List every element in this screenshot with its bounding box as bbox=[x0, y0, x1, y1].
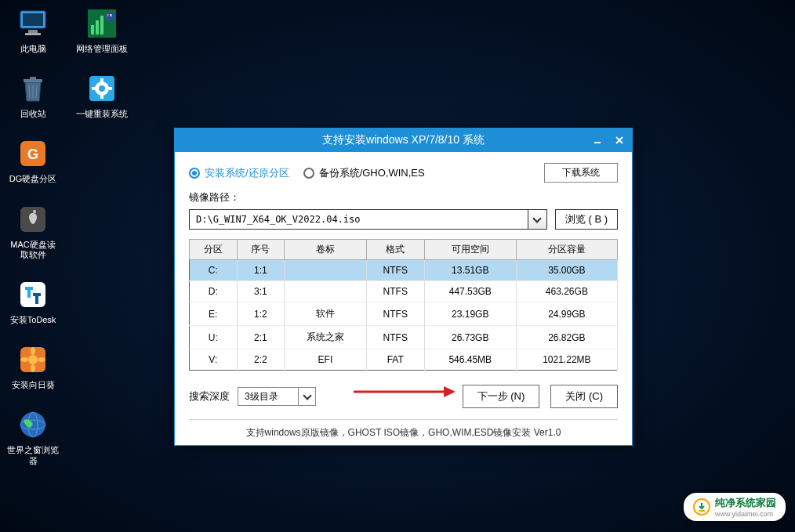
svg-rect-1 bbox=[23, 13, 43, 26]
desktop-icon-mac-disk[interactable]: MAC硬盘读取软件 bbox=[6, 202, 60, 260]
svg-rect-6 bbox=[96, 20, 99, 34]
image-path-select[interactable]: D:\G_WIN7_X64_OK_V2022.04.iso bbox=[189, 209, 547, 230]
svg-rect-31 bbox=[35, 293, 38, 304]
svg-rect-20 bbox=[100, 95, 103, 99]
next-button[interactable]: 下一步 (N) bbox=[463, 385, 540, 408]
table-cell: 2:2 bbox=[237, 349, 285, 371]
table-cell: 软件 bbox=[285, 302, 367, 326]
close-button[interactable] bbox=[612, 132, 627, 148]
image-path-value: D:\G_WIN7_X64_OK_V2022.04.iso bbox=[196, 214, 361, 225]
mac-disk-icon bbox=[16, 202, 50, 237]
dropdown-icon[interactable] bbox=[528, 210, 546, 229]
icon-label: DG硬盘分区 bbox=[9, 174, 57, 184]
table-row[interactable]: V:2:2EFIFAT546.45MB1021.22MB bbox=[190, 349, 618, 371]
svg-point-35 bbox=[31, 364, 35, 372]
table-cell: V: bbox=[190, 349, 238, 371]
chart-icon bbox=[85, 6, 119, 41]
table-cell: 3:1 bbox=[237, 281, 285, 302]
table-cell: 463.26GB bbox=[516, 281, 617, 302]
watermark-url: www.yidaimei.com bbox=[715, 510, 776, 518]
table-cell: C: bbox=[190, 260, 238, 281]
icon-label: 网络管理面板 bbox=[76, 44, 128, 54]
table-cell: NTFS bbox=[366, 326, 424, 349]
table-header-cell: 序号 bbox=[237, 240, 285, 260]
bottom-controls: 搜索深度 3级目录 下一步 (N) 关闭 (C) bbox=[189, 385, 618, 408]
table-cell: 35.00GB bbox=[516, 260, 617, 281]
desktop-icon-this-pc[interactable]: 此电脑 bbox=[6, 6, 60, 54]
watermark-badge: 纯净系统家园 www.yidaimei.com bbox=[684, 493, 786, 521]
table-cell: FAT bbox=[366, 349, 424, 371]
desktop-icon-net-panel[interactable]: 网络管理面板 bbox=[75, 6, 129, 54]
watermark-icon bbox=[693, 498, 710, 516]
table-cell: 26.82GB bbox=[516, 326, 617, 349]
svg-point-36 bbox=[20, 357, 28, 362]
table-cell: 24.99GB bbox=[516, 302, 617, 326]
table-header-cell: 分区 bbox=[190, 240, 238, 260]
desktop-icon-recycle-bin[interactable]: 回收站 bbox=[6, 71, 60, 119]
radio-label: 备份系统/GHO,WIN,ES bbox=[319, 166, 425, 180]
icon-label: 世界之窗浏览器 bbox=[6, 445, 60, 465]
window-title: 支持安装windows XP/7/8/10 系统 bbox=[322, 133, 485, 147]
table-header-cell: 分区容量 bbox=[516, 240, 617, 260]
dropdown-icon[interactable] bbox=[298, 388, 315, 405]
table-cell: NTFS bbox=[366, 260, 424, 281]
watermark-title: 纯净系统家园 bbox=[715, 496, 776, 510]
svg-rect-21 bbox=[92, 87, 96, 90]
desktop-icon-dg-partition[interactable]: G DG硬盘分区 bbox=[6, 136, 60, 184]
table-cell: NTFS bbox=[366, 302, 424, 326]
desktop-icon-todesk[interactable]: 安装ToDesk bbox=[6, 277, 60, 325]
radio-icon bbox=[189, 168, 200, 179]
radio-install-mode[interactable]: 安装系统/还原分区 bbox=[189, 166, 289, 180]
svg-rect-22 bbox=[108, 87, 112, 90]
minimize-button[interactable] bbox=[590, 132, 605, 148]
table-cell: 2:1 bbox=[237, 326, 285, 349]
browse-button[interactable]: 浏览 ( B ) bbox=[555, 209, 618, 230]
desktop-icon-sunflower[interactable]: 安装向日葵 bbox=[6, 342, 60, 390]
icon-label: 此电脑 bbox=[20, 44, 46, 54]
radio-icon bbox=[303, 168, 314, 179]
close-action-button[interactable]: 关闭 (C) bbox=[550, 385, 618, 408]
table-cell: EFI bbox=[285, 349, 367, 371]
table-cell: 447.53GB bbox=[424, 281, 516, 302]
svg-rect-5 bbox=[91, 25, 94, 34]
table-cell: 13.51GB bbox=[424, 260, 516, 281]
search-depth-label: 搜索深度 bbox=[189, 389, 230, 404]
icon-label: MAC硬盘读取软件 bbox=[6, 240, 60, 260]
mode-selector: 安装系统/还原分区 备份系统/GHO,WIN,ES 下载系统 bbox=[189, 163, 618, 183]
radio-backup-mode[interactable]: 备份系统/GHO,WIN,ES bbox=[303, 166, 425, 180]
table-cell: 546.45MB bbox=[424, 349, 516, 371]
table-cell: 1021.22MB bbox=[516, 349, 617, 371]
svg-point-26 bbox=[33, 210, 36, 213]
icon-label: 安装向日葵 bbox=[12, 380, 55, 390]
todesk-icon bbox=[16, 277, 50, 312]
table-cell: 26.73GB bbox=[424, 326, 516, 349]
table-row[interactable]: E:1:2软件NTFS23.19GB24.99GB bbox=[190, 302, 618, 326]
svg-rect-9 bbox=[107, 14, 109, 16]
table-header-cell: 可用空间 bbox=[424, 240, 516, 260]
icon-label: 安装ToDesk bbox=[10, 315, 56, 325]
table-header-cell: 卷标 bbox=[285, 240, 367, 260]
table-cell bbox=[285, 260, 367, 281]
partition-table: 分区序号卷标格式可用空间分区容量 C:1:1NTFS13.51GB35.00GB… bbox=[189, 239, 618, 371]
table-header-cell: 格式 bbox=[366, 240, 424, 260]
table-cell: 1:2 bbox=[237, 302, 285, 326]
svg-rect-10 bbox=[110, 14, 112, 16]
table-cell: E: bbox=[190, 302, 238, 326]
radio-label: 安装系统/还原分区 bbox=[205, 166, 289, 180]
disk-genius-icon: G bbox=[16, 136, 50, 171]
table-row[interactable]: D:3:1NTFS447.53GB463.26GB bbox=[190, 281, 618, 302]
titlebar[interactable]: 支持安装windows XP/7/8/10 系统 bbox=[175, 128, 632, 152]
icon-label: 回收站 bbox=[20, 109, 46, 119]
table-row[interactable]: U:2:1系统之家NTFS26.73GB26.82GB bbox=[190, 326, 618, 349]
svg-rect-2 bbox=[28, 30, 38, 33]
svg-rect-29 bbox=[27, 287, 31, 298]
table-row[interactable]: C:1:1NTFS13.51GB35.00GB bbox=[190, 260, 618, 281]
svg-marker-45 bbox=[444, 386, 456, 397]
desktop-icon-world-browser[interactable]: 世界之窗浏览器 bbox=[6, 407, 60, 465]
desktop-icon-reinstall[interactable]: 一键重装系统 bbox=[75, 71, 129, 119]
svg-rect-7 bbox=[100, 16, 103, 34]
annotation-arrow-icon bbox=[350, 382, 459, 401]
table-cell: 1:1 bbox=[237, 260, 285, 281]
search-depth-select[interactable]: 3级目录 bbox=[238, 387, 316, 406]
download-system-button[interactable]: 下载系统 bbox=[544, 163, 618, 183]
